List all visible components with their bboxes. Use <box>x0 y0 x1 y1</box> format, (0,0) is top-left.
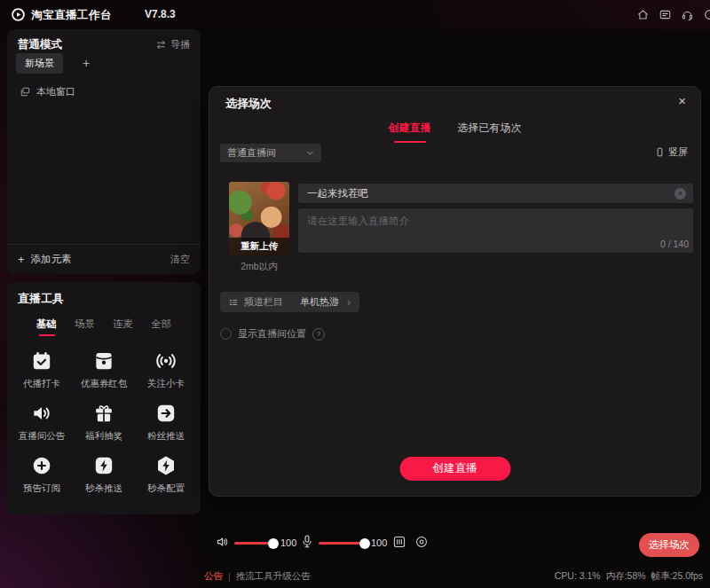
status-bar: 公告 | 推流工具升级公告 CPU: 3.1% 内存:58% 帧率:25.0fp… <box>0 568 710 588</box>
tool-flash-push[interactable]: 秒杀推送 <box>73 454 135 495</box>
char-counter: 0 / 140 <box>600 239 689 249</box>
tools-panel-title: 直播工具 <box>18 291 64 307</box>
channel-label: 频道栏目 <box>244 295 283 309</box>
gift-icon <box>92 402 115 425</box>
location-option: 显示直播间位置 ? <box>220 327 325 341</box>
help-icon[interactable]: ? <box>312 328 325 341</box>
reupload-button[interactable]: 重新上传 <box>229 238 289 255</box>
tab-basic[interactable]: 基础 <box>36 318 57 336</box>
notice-area[interactable]: 公告 | 推流工具升级公告 <box>204 570 311 583</box>
speaker-icon[interactable] <box>216 535 230 549</box>
tool-fan-push[interactable]: 粉丝推送 <box>135 402 197 443</box>
live-title-input[interactable] <box>298 184 693 203</box>
clear-input-icon[interactable]: × <box>674 188 686 200</box>
performance-stats: CPU: 3.1% 内存:58% 帧率:25.0fps <box>555 570 703 583</box>
calendar-check-icon <box>30 349 53 372</box>
tool-label: 秒杀配置 <box>147 482 185 495</box>
app-version: V7.8.3 <box>145 8 176 20</box>
cover-upload: 重新上传 2mb以内 <box>229 182 289 273</box>
add-element-label: 添加元素 <box>31 253 72 266</box>
mic-slider-knob[interactable] <box>359 538 370 549</box>
broadcast-icon <box>154 349 178 372</box>
plus-circle-icon <box>30 454 53 477</box>
arrow-right-icon <box>154 402 178 425</box>
location-label: 显示直播间位置 <box>238 327 306 341</box>
tool-checkin[interactable]: 代播打卡 <box>11 349 73 390</box>
channel-value: 单机热游 <box>300 295 339 309</box>
mic-value: 100 <box>371 537 387 548</box>
mode-label: 普通模式 <box>18 37 62 52</box>
titlebar-actions <box>636 8 710 21</box>
modal-title: 选择场次 <box>225 96 272 112</box>
message-icon[interactable] <box>659 8 672 21</box>
upload-hint: 2mb以内 <box>229 261 289 273</box>
tool-flash-config[interactable]: 秒杀配置 <box>135 454 197 495</box>
volume-slider-knob[interactable] <box>268 538 279 549</box>
tab-scene[interactable]: 场景 <box>75 318 95 336</box>
scene-panel-header: 普通模式 导播 <box>7 29 201 56</box>
location-checkbox[interactable] <box>220 328 232 340</box>
modal-tabs: 创建直播 选择已有场次 <box>209 121 700 143</box>
tool-lottery[interactable]: 福利抽奖 <box>73 402 135 443</box>
cpu-stat: CPU: 3.1% <box>555 570 601 583</box>
tool-room-announcement[interactable]: 直播间公告 <box>11 402 73 443</box>
more-icon[interactable] <box>703 8 710 21</box>
chevron-right-icon: › <box>347 296 351 309</box>
add-element-button[interactable]: + 添加元素 <box>18 253 72 266</box>
list-icon <box>229 298 238 307</box>
microphone-icon[interactable] <box>300 534 314 549</box>
volume-slider[interactable] <box>234 542 273 545</box>
tab-co-stream[interactable]: 连麦 <box>113 318 133 336</box>
tools-tabs: 基础 场景 连麦 全部 <box>7 318 201 336</box>
mic-slider[interactable] <box>319 542 365 545</box>
home-icon[interactable] <box>636 8 650 21</box>
source-item-label: 本地窗口 <box>36 85 75 98</box>
tab-new-scene[interactable]: 新场景 <box>16 53 63 74</box>
volume-value: 100 <box>280 537 296 548</box>
add-scene-button[interactable]: + <box>76 53 96 72</box>
tools-grid: 代播打卡 优惠券红包 关注小卡 直播间公告 <box>11 349 197 495</box>
tool-label: 代播打卡 <box>23 378 60 390</box>
notice-badge: 公告 <box>204 570 223 583</box>
tool-label: 粉丝推送 <box>147 430 185 443</box>
tab-existing-session[interactable]: 选择已有场次 <box>458 121 522 143</box>
portrait-screen-icon <box>655 147 665 157</box>
app-logo-icon <box>11 7 26 22</box>
tool-preview-subscribe[interactable]: 预告订阅 <box>11 454 73 495</box>
tool-label: 直播间公告 <box>19 430 66 443</box>
divider: | <box>228 571 231 582</box>
control-bar: 100 100 选择场次 <box>201 528 710 561</box>
titlebar: 淘宝直播工作台 V7.8.3 <box>0 0 710 29</box>
window-icon <box>20 86 31 98</box>
clear-button[interactable]: 清空 <box>170 253 190 266</box>
tab-create-live[interactable]: 创建直播 <box>389 121 431 143</box>
scene-panel-footer: + 添加元素 清空 <box>7 244 201 274</box>
director-button[interactable]: 导播 <box>155 38 190 51</box>
chevron-down-icon <box>306 149 314 157</box>
red-packet-icon <box>92 349 115 372</box>
app-window: 淘宝直播工作台 V7.8.3 普通模式 导播 新场景 + <box>0 0 710 588</box>
tool-coupon-redpacket[interactable]: 优惠券红包 <box>73 349 135 390</box>
source-item-local-window[interactable]: 本地窗口 <box>20 85 75 98</box>
headset-icon[interactable] <box>681 8 694 21</box>
plus-icon: + <box>18 253 25 266</box>
mixer-icon[interactable] <box>392 535 406 549</box>
create-live-button[interactable]: 创建直播 <box>399 457 510 481</box>
fps-stat: 帧率:25.0fps <box>651 570 703 583</box>
close-icon[interactable]: × <box>678 93 686 108</box>
tool-follow-card[interactable]: 关注小卡 <box>135 349 197 390</box>
announcement-speaker-icon <box>30 402 53 425</box>
channel-category-pill[interactable]: 频道栏目 单机热游 › <box>220 292 359 312</box>
swap-arrows-icon <box>155 39 167 51</box>
cover-image[interactable]: 重新上传 <box>229 182 289 255</box>
room-type-dropdown[interactable]: 普通直播间 <box>220 144 321 162</box>
orientation-label: 竖屏 <box>668 145 688 159</box>
select-session-modal: 选择场次 × 创建直播 选择已有场次 普通直播间 竖屏 重新上传 2mb以内 ×… <box>209 86 701 497</box>
orientation-toggle[interactable]: 竖屏 <box>655 145 688 159</box>
record-icon[interactable] <box>414 535 429 549</box>
live-tools-panel: 直播工具 基础 场景 连麦 全部 代播打卡 优惠券红包 <box>7 282 201 514</box>
select-session-button[interactable]: 选择场次 <box>639 533 699 557</box>
tab-all[interactable]: 全部 <box>151 318 171 336</box>
tool-label: 预告订阅 <box>23 482 60 495</box>
tool-label: 关注小卡 <box>147 378 185 390</box>
